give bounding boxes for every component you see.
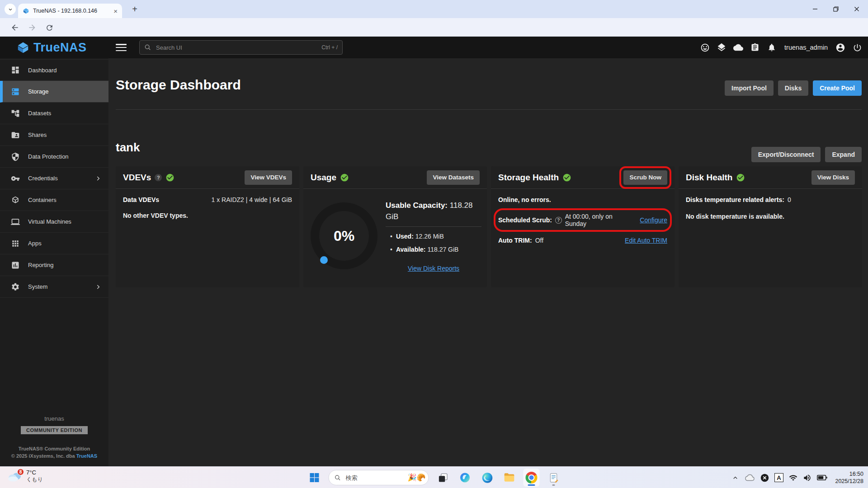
sidebar-item-label: Dashboard [28,67,57,74]
view-disk-reports-link[interactable]: View Disk Reports [386,265,481,272]
chevron-right-icon [95,175,101,182]
sidebar-item-apps[interactable]: Apps [0,233,108,254]
sidebar-item-reporting[interactable]: Reporting [0,254,108,276]
blocked-x-icon[interactable] [760,474,769,482]
sidebar-item-virtual-machines[interactable]: Virtual Machines [0,211,108,233]
task-view-icon[interactable] [435,469,451,487]
page-actions: Import Pool Disks Create Pool [725,80,862,96]
edition-badge: COMMUNITY EDITION [21,426,88,434]
usage-details: Usable Capacity: 118.28 GiB •Used: 12.26… [386,200,481,272]
sidebar-item-containers[interactable]: Containers [0,189,108,211]
data-vdevs-value: 1 x RAIDZ2 | 4 wide | 64 GiB [212,196,292,203]
feedback-smiley-icon[interactable] [700,42,710,52]
taskbar-search-box[interactable]: 🎉🥐 [329,470,429,485]
new-tab-button[interactable]: + [128,3,141,15]
sidebar-item-storage[interactable]: Storage [0,81,108,103]
chrome-icon[interactable] [524,469,540,487]
volume-icon[interactable] [803,474,811,482]
sidebar-item-dashboard[interactable]: Dashboard [0,59,108,81]
ix-stack-icon[interactable] [717,42,726,52]
sidebar-item-credentials[interactable]: Credentials [0,168,108,189]
title-divider [116,109,862,110]
pool-cards: VDEVs ? View VDEVs Data VDEVs 1 x RAIDZ2… [116,166,862,287]
menu-hamburger-icon[interactable] [116,43,127,52]
tray-chevron-up-icon[interactable] [732,474,739,481]
weather-widget[interactable]: 8 7°C くもり [7,469,43,483]
truenas-header: TrueNAS Ctrl + / truenas_admin [0,37,868,58]
sidebar-item-system[interactable]: System [0,276,108,298]
truenas-logo-icon [16,41,30,55]
configure-scrub-link[interactable]: Configure [640,216,667,224]
onedrive-icon[interactable] [744,474,755,482]
sidebar-item-shares[interactable]: Shares [0,124,108,146]
window-close-button[interactable] [846,0,867,18]
data-vdevs-row: Data VDEVs 1 x RAIDZ2 | 4 wide | 64 GiB [123,196,292,203]
product-line: TrueNAS® Community Edition [0,446,108,451]
start-button[interactable] [307,469,323,487]
main-content: Storage Dashboard Import Pool Disks Crea… [108,58,868,466]
sidebar-item-datasets[interactable]: Datasets [0,103,108,124]
help-icon[interactable]: ? [555,217,562,224]
browser-toolbar: 保護されていない通信 192.168.0.146/ui/storage [0,18,868,37]
taskbar-search-input[interactable] [345,474,404,482]
forward-button[interactable] [27,23,37,33]
truenas-logo-text: TrueNAS [33,41,87,55]
disk-health-card: Disk Health View Disks Disks temperature… [679,166,862,287]
edit-auto-trim-link[interactable]: Edit Auto TRIM [625,237,667,244]
used-row: •Used: 12.26 MiB [390,233,481,240]
view-disks-button[interactable]: View Disks [811,170,855,185]
reload-button[interactable] [44,23,54,33]
scheduled-scrub-row: Scheduled Scrub: ? At 00:00, only on Sun… [498,213,667,227]
copyright-text: © 2025 iXsystems, Inc. dba [11,453,76,459]
view-vdevs-button[interactable]: View VDEVs [245,170,292,185]
battery-icon[interactable] [817,474,827,481]
storage-icon [11,87,20,96]
auto-trim-value: Off [535,237,543,244]
create-pool-button[interactable]: Create Pool [813,80,862,96]
auto-trim-row: Auto TRIM: Off Edit Auto TRIM [498,237,667,244]
scrub-now-button[interactable]: Scrub Now [623,170,667,185]
window-restore-button[interactable] [826,0,846,18]
ime-mode-icon[interactable]: A [774,473,783,482]
sidebar-item-label: Containers [28,197,57,203]
alerts-bell-icon[interactable] [767,42,777,52]
help-icon[interactable]: ? [155,174,162,181]
chevron-down-icon [8,7,13,12]
user-avatar-icon[interactable] [835,42,845,52]
copyright-truenas-link[interactable]: TrueNAS [76,453,97,459]
notepad-icon[interactable] [546,469,562,487]
dashboard-icon [11,66,20,75]
disk-health-note: No disk temperature is available. [686,213,855,220]
file-explorer-icon[interactable] [501,469,518,487]
import-pool-button[interactable]: Import Pool [725,80,774,96]
truenas-logo[interactable]: TrueNAS [16,41,87,55]
ui-search-input[interactable] [155,44,318,52]
tab-close-icon[interactable]: × [113,8,118,14]
back-button[interactable] [10,23,20,33]
disks-button[interactable]: Disks [778,80,808,96]
system-tray: A 16:50 2025/12/28 [732,467,863,488]
sidebar-item-label: System [28,283,47,290]
copilot-icon[interactable] [457,469,473,487]
sidebar-item-label: Storage [28,88,49,95]
power-icon[interactable] [852,42,862,52]
datasets-tree-icon [11,109,20,118]
browser-tab[interactable]: TrueNAS - 192.168.0.146 × [18,4,122,18]
truecommand-cloud-icon[interactable] [733,42,743,52]
edge-icon[interactable] [479,469,495,487]
tab-search-button[interactable] [5,4,16,15]
ui-search-box[interactable]: Ctrl + / [139,40,343,55]
export-disconnect-button[interactable]: Export/Disconnect [751,147,821,162]
weather-condition: くもり [26,476,43,483]
wifi-icon[interactable] [789,474,797,482]
hostname-label: truenas [0,415,108,422]
taskbar-clock[interactable]: 16:50 2025/12/28 [833,470,863,485]
disk-alerts-row: Disks temperature related alerts:0 [686,196,855,203]
expand-button[interactable]: Expand [825,147,862,162]
window-minimize-button[interactable] [805,0,826,18]
view-datasets-button[interactable]: View Datasets [427,170,480,185]
jobs-clipboard-icon[interactable] [750,42,760,52]
username-label: truenas_admin [784,44,828,51]
sidebar-item-data-protection[interactable]: Data Protection [0,146,108,168]
pool-status: Online, no errors. [498,196,551,203]
